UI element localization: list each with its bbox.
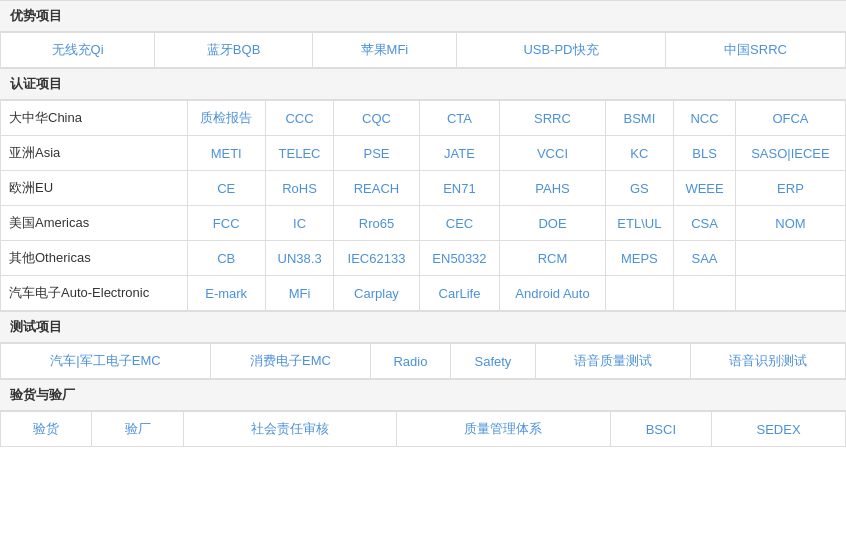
cert-row-label-1: 亚洲Asia xyxy=(1,136,188,171)
cert-item-0-5[interactable]: BSMI xyxy=(605,101,674,136)
cert-item-3-1[interactable]: IC xyxy=(265,206,334,241)
cert-item-3-2[interactable]: Rro65 xyxy=(334,206,419,241)
cert-item-3-7[interactable]: NOM xyxy=(735,206,845,241)
cert-item-5-0[interactable]: E-mark xyxy=(187,276,265,311)
advantage-item-1[interactable]: 无线充Qi xyxy=(1,33,155,68)
certification-section: 认证项目 大中华China质检报告CCCCQCCTASRRCBSMINCCOFC… xyxy=(0,68,846,311)
cert-item-4-0[interactable]: CB xyxy=(187,241,265,276)
cert-item-1-7[interactable]: SASO|IECEE xyxy=(735,136,845,171)
cert-item-1-0[interactable]: METI xyxy=(187,136,265,171)
cert-item-0-3[interactable]: CTA xyxy=(419,101,500,136)
testing-table: 汽车|军工电子EMC 消费电子EMC Radio Safety 语音质量测试 语… xyxy=(0,343,846,379)
cert-item-3-3[interactable]: CEC xyxy=(419,206,500,241)
cert-item-5-5 xyxy=(605,276,674,311)
testing-title: 测试项目 xyxy=(0,311,846,343)
inspection-row: 验货 验厂 社会责任审核 质量管理体系 BSCI SEDEX xyxy=(1,412,846,447)
cert-row-5: 汽车电子Auto-ElectronicE-markMFiCarplayCarLi… xyxy=(1,276,846,311)
cert-item-5-7 xyxy=(735,276,845,311)
cert-item-4-5[interactable]: MEPS xyxy=(605,241,674,276)
cert-item-5-3[interactable]: CarLife xyxy=(419,276,500,311)
advantage-table: 无线充Qi 蓝牙BQB 苹果MFi USB-PD快充 中国SRRC xyxy=(0,32,846,68)
cert-row-label-2: 欧洲EU xyxy=(1,171,188,206)
cert-item-2-4[interactable]: PAHS xyxy=(500,171,605,206)
cert-item-1-3[interactable]: JATE xyxy=(419,136,500,171)
cert-item-3-5[interactable]: ETL\UL xyxy=(605,206,674,241)
cert-item-5-6 xyxy=(674,276,736,311)
inspection-item-3[interactable]: 社会责任审核 xyxy=(183,412,396,447)
advantage-section: 优势项目 无线充Qi 蓝牙BQB 苹果MFi USB-PD快充 中国SRRC xyxy=(0,0,846,68)
certification-title: 认证项目 xyxy=(0,68,846,100)
advantage-row: 无线充Qi 蓝牙BQB 苹果MFi USB-PD快充 中国SRRC xyxy=(1,33,846,68)
cert-row-label-4: 其他Othericas xyxy=(1,241,188,276)
cert-item-2-7[interactable]: ERP xyxy=(735,171,845,206)
cert-item-1-4[interactable]: VCCI xyxy=(500,136,605,171)
testing-section: 测试项目 汽车|军工电子EMC 消费电子EMC Radio Safety 语音质… xyxy=(0,311,846,379)
cert-item-1-2[interactable]: PSE xyxy=(334,136,419,171)
certification-table: 大中华China质检报告CCCCQCCTASRRCBSMINCCOFCA亚洲As… xyxy=(0,100,846,311)
cert-row-0: 大中华China质检报告CCCCQCCTASRRCBSMINCCOFCA xyxy=(1,101,846,136)
cert-item-2-3[interactable]: EN71 xyxy=(419,171,500,206)
cert-item-2-1[interactable]: RoHS xyxy=(265,171,334,206)
cert-item-4-3[interactable]: EN50332 xyxy=(419,241,500,276)
inspection-item-1[interactable]: 验货 xyxy=(1,412,92,447)
inspection-item-6[interactable]: SEDEX xyxy=(712,412,846,447)
cert-item-1-6[interactable]: BLS xyxy=(674,136,736,171)
cert-row-2: 欧洲EUCERoHSREACHEN71PAHSGSWEEEERP xyxy=(1,171,846,206)
cert-item-3-4[interactable]: DOE xyxy=(500,206,605,241)
cert-item-4-4[interactable]: RCM xyxy=(500,241,605,276)
cert-item-0-4[interactable]: SRRC xyxy=(500,101,605,136)
advantage-title: 优势项目 xyxy=(0,0,846,32)
cert-item-5-1[interactable]: MFi xyxy=(265,276,334,311)
cert-row-4: 其他OthericasCBUN38.3IEC62133EN50332RCMMEP… xyxy=(1,241,846,276)
cert-row-1: 亚洲AsiaMETITELECPSEJATEVCCIKCBLSSASO|IECE… xyxy=(1,136,846,171)
testing-item-2[interactable]: 消费电子EMC xyxy=(211,344,371,379)
advantage-item-4[interactable]: USB-PD快充 xyxy=(456,33,665,68)
advantage-item-3[interactable]: 苹果MFi xyxy=(312,33,456,68)
testing-item-4[interactable]: Safety xyxy=(450,344,535,379)
cert-item-3-0[interactable]: FCC xyxy=(187,206,265,241)
cert-row-label-5: 汽车电子Auto-Electronic xyxy=(1,276,188,311)
cert-item-5-4[interactable]: Android Auto xyxy=(500,276,605,311)
cert-item-4-2[interactable]: IEC62133 xyxy=(334,241,419,276)
inspection-title: 验货与验厂 xyxy=(0,379,846,411)
inspection-section: 验货与验厂 验货 验厂 社会责任审核 质量管理体系 BSCI SEDEX xyxy=(0,379,846,447)
cert-item-2-6[interactable]: WEEE xyxy=(674,171,736,206)
cert-row-label-3: 美国Americas xyxy=(1,206,188,241)
cert-item-1-5[interactable]: KC xyxy=(605,136,674,171)
cert-item-0-0[interactable]: 质检报告 xyxy=(187,101,265,136)
inspection-item-2[interactable]: 验厂 xyxy=(92,412,183,447)
advantage-item-5[interactable]: 中国SRRC xyxy=(666,33,846,68)
cert-row-3: 美国AmericasFCCICRro65CECDOEETL\ULCSANOM xyxy=(1,206,846,241)
cert-item-3-6[interactable]: CSA xyxy=(674,206,736,241)
cert-item-0-7[interactable]: OFCA xyxy=(735,101,845,136)
cert-item-2-0[interactable]: CE xyxy=(187,171,265,206)
inspection-table: 验货 验厂 社会责任审核 质量管理体系 BSCI SEDEX xyxy=(0,411,846,447)
cert-item-0-1[interactable]: CCC xyxy=(265,101,334,136)
advantage-item-2[interactable]: 蓝牙BQB xyxy=(155,33,313,68)
cert-item-4-6[interactable]: SAA xyxy=(674,241,736,276)
testing-item-3[interactable]: Radio xyxy=(370,344,450,379)
cert-item-2-2[interactable]: REACH xyxy=(334,171,419,206)
inspection-item-4[interactable]: 质量管理体系 xyxy=(397,412,610,447)
cert-item-2-5[interactable]: GS xyxy=(605,171,674,206)
cert-row-label-0: 大中华China xyxy=(1,101,188,136)
cert-item-5-2[interactable]: Carplay xyxy=(334,276,419,311)
inspection-item-5[interactable]: BSCI xyxy=(610,412,712,447)
cert-item-0-2[interactable]: CQC xyxy=(334,101,419,136)
testing-item-5[interactable]: 语音质量测试 xyxy=(535,344,690,379)
cert-item-4-1[interactable]: UN38.3 xyxy=(265,241,334,276)
testing-row: 汽车|军工电子EMC 消费电子EMC Radio Safety 语音质量测试 语… xyxy=(1,344,846,379)
cert-item-0-6[interactable]: NCC xyxy=(674,101,736,136)
cert-item-4-7 xyxy=(735,241,845,276)
testing-item-1[interactable]: 汽车|军工电子EMC xyxy=(1,344,211,379)
testing-item-6[interactable]: 语音识别测试 xyxy=(690,344,845,379)
cert-item-1-1[interactable]: TELEC xyxy=(265,136,334,171)
